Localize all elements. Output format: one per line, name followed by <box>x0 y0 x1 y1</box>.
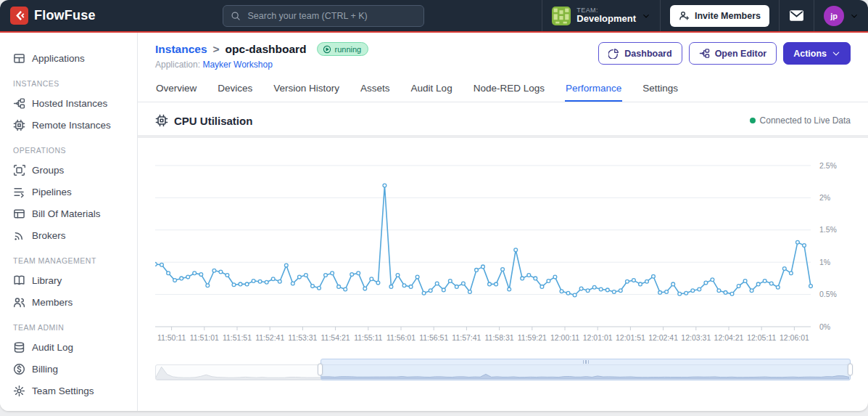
team-avatar <box>552 7 571 25</box>
sidebar-item-audit-log[interactable]: Audit Log <box>0 336 137 358</box>
tab-assets[interactable]: Assets <box>360 76 391 102</box>
sidebar-item-hosted-instances[interactable]: Hosted Instances <box>0 92 137 114</box>
notifications-mail-button[interactable] <box>779 0 814 31</box>
tab-performance[interactable]: Performance <box>565 76 622 102</box>
sidebar-item-library[interactable]: Library <box>0 269 137 291</box>
svg-text:11:59:21: 11:59:21 <box>518 333 547 342</box>
cpu-utilisation-chart: 0%0.5%1%1.5%2%2.5%11:50:1111:51:0111:51:… <box>138 138 868 351</box>
sidebar: ApplicationsINSTANCESHosted InstancesRem… <box>0 33 138 411</box>
play-circle-icon <box>323 45 331 54</box>
sidebar-item-label: Pipelines <box>32 187 72 197</box>
applications-icon <box>13 52 25 65</box>
application-line: Application: Mayker Workshop <box>155 60 368 70</box>
sidebar-item-label: Team Settings <box>32 386 94 396</box>
svg-text:12:05:11: 12:05:11 <box>747 333 776 342</box>
tab-audit-log[interactable]: Audit Log <box>410 76 453 102</box>
tab-devices[interactable]: Devices <box>217 76 253 102</box>
sidebar-item-label: Groups <box>32 165 64 176</box>
sidebar-item-label: Applications <box>32 53 85 64</box>
instance-tabs: OverviewDevicesVersion HistoryAssetsAudi… <box>138 76 868 102</box>
team-switcher[interactable]: TEAM: Development <box>542 0 660 31</box>
person-plus-icon <box>679 10 690 21</box>
team-name: Development <box>576 14 636 25</box>
sidebar-item-team-settings[interactable]: Team Settings <box>0 380 137 401</box>
tab-settings[interactable]: Settings <box>642 76 679 102</box>
svg-text:12:01:51: 12:01:51 <box>616 333 645 342</box>
flowfuse-logo[interactable]: FlowFuse <box>0 7 106 25</box>
sidebar-item-label: Library <box>32 275 62 286</box>
application-label: Application: <box>155 60 200 70</box>
svg-text:1%: 1% <box>819 258 830 266</box>
chip-icon <box>13 119 25 131</box>
open-editor-button[interactable]: Open Editor <box>689 42 777 65</box>
dashboard-button-label: Dashboard <box>624 49 671 59</box>
section-title: CPU Utilisation <box>174 115 252 127</box>
flowfuse-logo-icon <box>10 7 28 25</box>
application-link[interactable]: Mayker Workshop <box>202 60 272 70</box>
tab-version-history[interactable]: Version History <box>273 76 340 102</box>
sidebar-item-label: Audit Log <box>32 342 73 353</box>
groups-icon <box>13 164 25 176</box>
search-input[interactable] <box>246 10 416 22</box>
sidebar-item-label: Hosted Instances <box>32 98 107 109</box>
actions-button-label: Actions <box>793 49 827 59</box>
svg-text:11:52:41: 11:52:41 <box>255 333 284 342</box>
sidebar-item-remote-instances[interactable]: Remote Instances <box>0 114 137 136</box>
tab-node-red-logs[interactable]: Node-RED Logs <box>473 76 545 102</box>
svg-text:12:01:01: 12:01:01 <box>583 333 613 342</box>
node-editor-icon <box>699 48 710 59</box>
svg-text:1.5%: 1.5% <box>819 225 837 234</box>
svg-text:12:06:01: 12:06:01 <box>780 333 809 342</box>
pie-chart-icon <box>608 48 619 59</box>
performance-section-header: CPU Utilisation Connected to Live Data <box>138 105 868 138</box>
billing-icon <box>13 363 25 375</box>
open-editor-button-label: Open Editor <box>715 49 767 59</box>
cpu-chart-svg: 0%0.5%1%1.5%2%2.5%11:50:1111:51:0111:51:… <box>155 144 850 348</box>
page-header: Instances > opc-dashboard running Applic… <box>138 33 868 73</box>
invite-members-label: Invite Members <box>695 11 761 21</box>
sidebar-item-pipelines[interactable]: Pipelines <box>0 181 137 203</box>
members-icon <box>13 296 25 309</box>
svg-text:11:56:51: 11:56:51 <box>419 333 448 342</box>
svg-text:0%: 0% <box>819 322 830 331</box>
top-navbar: FlowFuse TEAM: Development In <box>0 0 868 33</box>
brand-name: FlowFuse <box>34 8 96 23</box>
live-status-dot <box>750 118 756 123</box>
sidebar-item-billing[interactable]: Billing <box>0 358 137 380</box>
pipelines-icon <box>13 186 25 198</box>
chevron-down-icon <box>642 12 650 20</box>
svg-text:12:04:21: 12:04:21 <box>714 333 744 342</box>
scrubber-left-handle[interactable] <box>318 364 323 376</box>
scrubber-right-handle[interactable] <box>848 364 853 376</box>
scrubber-grip-icon[interactable] <box>583 360 590 364</box>
mail-icon <box>789 8 804 23</box>
sidebar-item-applications[interactable]: Applications <box>0 47 137 69</box>
sidebar-item-groups[interactable]: Groups <box>0 159 137 181</box>
team-search[interactable] <box>223 5 424 27</box>
sidebar-item-members[interactable]: Members <box>0 291 137 313</box>
svg-text:12:00:11: 12:00:11 <box>550 333 579 342</box>
sidebar-item-label: Billing <box>32 364 58 375</box>
audit-icon <box>13 341 25 354</box>
sidebar-item-brokers[interactable]: Brokers <box>0 224 137 246</box>
svg-text:11:55:11: 11:55:11 <box>354 333 382 342</box>
live-data-status: Connected to Live Data <box>750 115 851 126</box>
invite-members-button[interactable]: Invite Members <box>670 5 769 27</box>
sidebar-item-bill-of-materials[interactable]: Bill Of Materials <box>0 203 137 224</box>
breadcrumb-separator: > <box>213 43 220 56</box>
actions-button[interactable]: Actions <box>783 42 851 65</box>
svg-text:11:51:51: 11:51:51 <box>223 333 252 342</box>
brokers-icon <box>13 229 25 242</box>
chart-range-scrubber[interactable] <box>155 359 851 380</box>
sidebar-item-label: Brokers <box>32 230 66 241</box>
breadcrumb-instances-link[interactable]: Instances <box>155 43 207 56</box>
user-menu[interactable]: jp <box>814 0 868 31</box>
hosted-icon <box>13 97 25 110</box>
sidebar-section-header: OPERATIONS <box>0 136 137 159</box>
app-window: FlowFuse TEAM: Development In <box>0 0 868 411</box>
sidebar-section-header: INSTANCES <box>0 69 137 92</box>
dashboard-button[interactable]: Dashboard <box>598 42 682 65</box>
tab-overview[interactable]: Overview <box>155 76 197 102</box>
main-content: Instances > opc-dashboard running Applic… <box>138 33 868 411</box>
user-avatar: jp <box>824 6 844 26</box>
